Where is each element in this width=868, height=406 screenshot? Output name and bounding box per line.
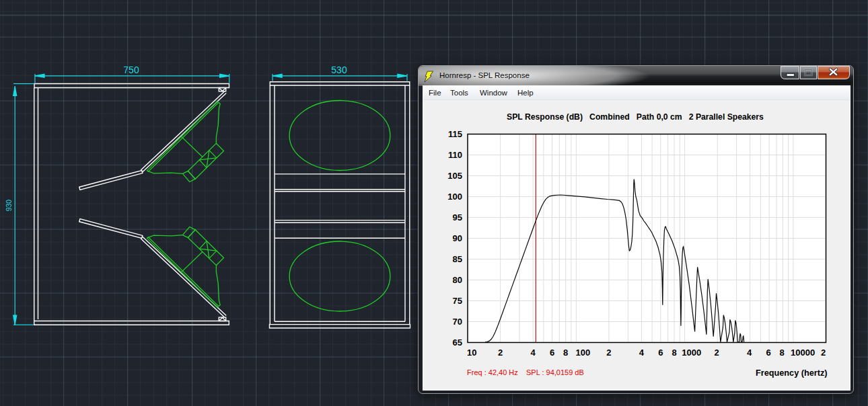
svg-text:Frequency (hertz): Frequency (hertz) — [756, 368, 827, 378]
svg-text:2: 2 — [498, 348, 503, 358]
svg-text:85: 85 — [453, 254, 462, 264]
svg-text:110: 110 — [448, 150, 462, 160]
svg-text:4: 4 — [530, 348, 536, 358]
svg-text:6: 6 — [658, 348, 663, 358]
svg-text:75: 75 — [453, 296, 462, 306]
svg-text:6: 6 — [550, 348, 554, 358]
svg-text:10000: 10000 — [791, 348, 815, 358]
svg-text:90: 90 — [453, 233, 462, 243]
svg-text:SPL Response (dB) Combined: SPL Response (dB) Combined Path 0,0 cm 2… — [507, 112, 764, 122]
svg-text:105: 105 — [447, 171, 462, 181]
svg-text:95: 95 — [453, 212, 462, 222]
svg-text:4: 4 — [747, 348, 752, 358]
svg-text:2: 2 — [714, 348, 719, 358]
svg-text:10: 10 — [467, 348, 476, 358]
svg-text:80: 80 — [453, 275, 462, 285]
svg-text:100: 100 — [576, 348, 591, 358]
svg-text:930: 930 — [5, 200, 13, 212]
svg-text:1000: 1000 — [682, 348, 701, 358]
svg-text:SPL : 94,0159 dB: SPL : 94,0159 dB — [526, 368, 584, 376]
svg-text:Freq : 42,40 Hz: Freq : 42,40 Hz — [467, 368, 518, 376]
svg-text:115: 115 — [448, 129, 462, 139]
svg-text:65: 65 — [453, 337, 462, 348]
svg-text:2: 2 — [606, 348, 611, 358]
svg-text:70: 70 — [453, 317, 462, 327]
svg-text:2: 2 — [821, 348, 826, 358]
svg-text:8: 8 — [779, 348, 784, 358]
svg-text:100: 100 — [447, 192, 462, 202]
svg-text:4: 4 — [639, 348, 645, 358]
svg-text:8: 8 — [563, 348, 568, 358]
svg-text:6: 6 — [766, 348, 770, 358]
svg-text:8: 8 — [672, 348, 676, 358]
svg-text:750: 750 — [123, 65, 139, 75]
svg-text:530: 530 — [331, 65, 347, 75]
